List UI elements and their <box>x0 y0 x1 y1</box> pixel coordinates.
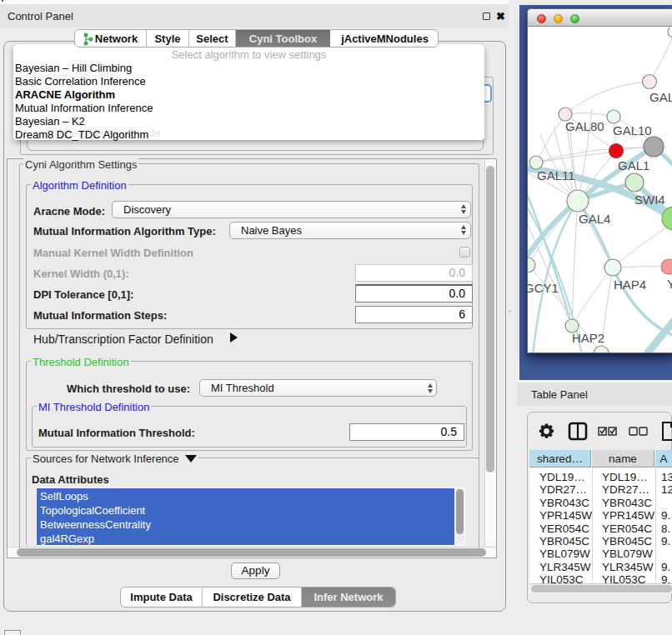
svg-text:HAP4: HAP4 <box>614 278 646 292</box>
svg-text:GAL11: GAL11 <box>537 168 575 182</box>
svg-text:GAL80: GAL80 <box>565 119 604 133</box>
svg-text:HAP2: HAP2 <box>572 331 604 345</box>
svg-text:GCY1: GCY1 <box>528 281 559 295</box>
svg-text:GAL4: GAL4 <box>579 212 610 226</box>
svg-text:GAL1: GAL1 <box>618 158 649 172</box>
svg-text:SWI4: SWI4 <box>634 192 665 207</box>
svg-text:GAL2: GAL2 <box>649 90 672 104</box>
svg-text:GAL10: GAL10 <box>613 123 652 138</box>
svg-text:Y: Y <box>667 277 672 291</box>
